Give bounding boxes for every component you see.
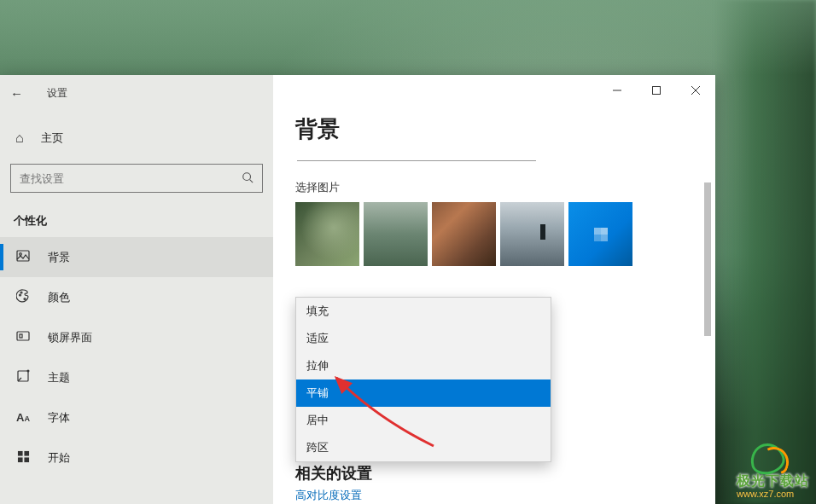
scrollbar[interactable] [702,106,714,504]
home-icon: ⌂ [15,130,24,146]
search-box[interactable] [10,164,263,193]
nav-item-start[interactable]: 开始 [0,437,273,478]
home-row[interactable]: ⌂ 主页 [0,118,273,159]
picture-icon [15,249,31,265]
svg-rect-12 [17,457,22,462]
theme-icon [15,369,31,385]
nav-label: 颜色 [48,290,70,305]
dropdown-option-fit[interactable]: 适应 [296,325,551,352]
sidebar-body: ⌂ 主页 个性化 背景 颜色 [0,111,273,478]
nav-item-themes[interactable]: 主题 [0,357,273,397]
svg-point-0 [243,172,251,180]
nav-label: 背景 [48,250,70,265]
preview-divider [297,153,536,161]
dropdown-option-span[interactable]: 跨区 [296,434,551,461]
thumbnail-5[interactable] [568,202,632,266]
nav-item-colors[interactable]: 颜色 [0,277,273,317]
category-header: 个性化 [0,206,273,237]
home-label: 主页 [41,130,63,146]
lockscreen-icon [15,329,31,345]
font-icon: AA [15,411,31,424]
page-title: 背景 [295,114,693,144]
svg-point-5 [20,292,22,293]
related-heading: 相关的设置 [295,463,372,484]
dropdown-option-center[interactable]: 居中 [296,407,551,434]
thumbnail-2[interactable] [364,202,428,266]
back-button[interactable]: ← [10,86,23,101]
svg-rect-15 [653,87,661,95]
scroll-thumb[interactable] [704,182,711,336]
svg-rect-7 [17,332,29,340]
high-contrast-link[interactable]: 高对比度设置 [295,488,362,503]
svg-point-3 [20,253,22,256]
svg-point-4 [20,294,21,296]
titlebar-right [273,75,715,106]
svg-line-1 [250,179,254,182]
svg-rect-11 [24,450,29,455]
thumbnail-3[interactable] [432,202,496,266]
dropdown-option-fill[interactable]: 填充 [296,298,551,325]
content: 背景 选择图片 [273,106,715,266]
titlebar-left: ← 设置 [0,75,273,111]
nav-item-background[interactable]: 背景 [0,237,273,277]
window-title: 设置 [47,86,67,101]
nav-item-lockscreen[interactable]: 锁屏界面 [0,317,273,357]
svg-rect-8 [20,334,22,338]
search-icon [242,171,254,186]
nav-label: 字体 [48,410,70,426]
nav-item-fonts[interactable]: AA 字体 [0,397,273,437]
dropdown-option-stretch[interactable]: 拉伸 [296,352,551,379]
thumbnail-row [295,202,693,266]
maximize-button[interactable] [637,78,676,103]
nav-label: 开始 [48,450,70,466]
fit-dropdown[interactable]: 填充 适应 拉伸 平铺 居中 跨区 [295,297,551,462]
nav-label: 锁屏界面 [48,330,92,345]
dropdown-option-tile[interactable]: 平铺 [296,379,551,407]
search-input[interactable] [20,172,242,185]
svg-point-6 [24,298,26,300]
close-button[interactable] [676,78,715,103]
svg-rect-13 [24,457,29,462]
window-controls [597,78,715,103]
thumbnail-1[interactable] [295,202,359,266]
start-icon [15,450,31,466]
svg-rect-2 [17,251,29,261]
sidebar: ← 设置 ⌂ 主页 个性化 背景 [0,75,273,504]
nav-label: 主题 [48,370,70,385]
thumbnail-4[interactable] [500,202,564,266]
minimize-button[interactable] [597,78,637,103]
palette-icon [15,289,31,305]
pick-image-label: 选择图片 [295,180,693,195]
svg-rect-10 [17,450,22,455]
